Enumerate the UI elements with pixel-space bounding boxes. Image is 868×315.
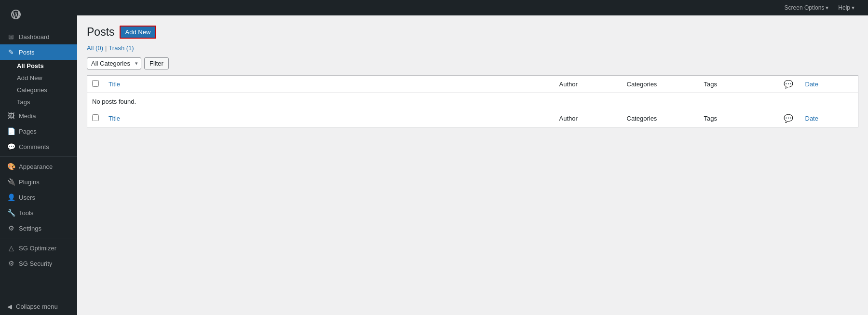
sidebar-item-posts[interactable]: ✎ Posts	[0, 44, 77, 60]
sidebar-item-settings[interactable]: ⚙ Settings	[0, 220, 77, 236]
content-area: Posts Add New All (0) | Trash (1) All Ca…	[77, 15, 868, 315]
sidebar-item-users[interactable]: 👤 Users	[0, 190, 77, 205]
sidebar-item-comments[interactable]: 💬 Comments	[0, 139, 77, 154]
posts-table: Title Author Categories Tags 💬 Date No p…	[87, 75, 858, 127]
footer-date-sort-link[interactable]: Date	[805, 115, 818, 122]
table-header-row: Title Author Categories Tags 💬 Date	[87, 75, 858, 93]
sidebar-item-label-appearance: Appearance	[19, 163, 53, 170]
dashboard-icon: ⊞	[7, 33, 15, 41]
collapse-arrow-icon: ◀	[7, 303, 12, 310]
collapse-menu-button[interactable]: ◀ Collapse menu	[0, 298, 77, 315]
sidebar-divider-2	[0, 238, 77, 238]
sidebar-divider-1	[0, 156, 77, 157]
posts-submenu: All Posts Add New Categories Tags	[0, 60, 77, 108]
trash-link[interactable]: Trash (1)	[108, 44, 134, 52]
footer-col-date[interactable]: Date	[800, 110, 858, 127]
sidebar: ⊞ Dashboard ✎ Posts All Posts Add New Ca…	[0, 0, 77, 315]
sidebar-item-label-settings: Settings	[19, 225, 41, 232]
col-header-title[interactable]: Title	[104, 75, 555, 93]
table-foot: Title Author Categories Tags 💬 Date	[87, 110, 858, 127]
sidebar-item-dashboard[interactable]: ⊞ Dashboard	[0, 29, 77, 44]
screen-options-chevron-icon: ▾	[826, 4, 828, 11]
no-posts-row: No posts found.	[87, 93, 858, 110]
submenu-add-new[interactable]: Add New	[0, 72, 77, 84]
sidebar-item-label-pages: Pages	[19, 128, 37, 135]
footer-col-tags: Tags	[699, 110, 776, 127]
posts-icon: ✎	[7, 48, 15, 56]
sidebar-item-pages[interactable]: 📄 Pages	[0, 123, 77, 139]
filter-row: All Categories Filter	[87, 57, 858, 69]
sidebar-item-label-tools: Tools	[19, 209, 33, 217]
col-header-check	[87, 75, 104, 93]
submenu-tags[interactable]: Tags	[0, 96, 77, 108]
footer-col-comments: 💬	[776, 110, 800, 127]
pages-icon: 📄	[7, 127, 15, 135]
footer-col-author: Author	[555, 110, 622, 127]
footer-col-check	[87, 110, 104, 127]
sidebar-item-plugins[interactable]: 🔌 Plugins	[0, 174, 77, 190]
appearance-icon: 🎨	[7, 163, 15, 170]
page-title: Posts	[87, 25, 115, 40]
col-header-comments: 💬	[776, 75, 800, 93]
sidebar-item-label-sg-security: SG Security	[19, 260, 52, 267]
help-button[interactable]: Help ▾	[834, 2, 858, 13]
add-new-button[interactable]: Add New	[120, 26, 157, 39]
footer-col-title[interactable]: Title	[104, 110, 555, 127]
comments-header-icon: 💬	[784, 80, 793, 88]
main-content: Screen Options ▾ Help ▾ Posts Add New Al…	[77, 0, 868, 315]
select-all-checkbox-bottom[interactable]	[92, 114, 99, 121]
help-label: Help	[838, 4, 850, 11]
category-select-wrapper: All Categories	[87, 57, 141, 69]
col-header-categories: Categories	[622, 75, 699, 93]
col-header-author: Author	[555, 75, 622, 93]
screen-options-label: Screen Options	[785, 4, 825, 11]
collapse-menu-label: Collapse menu	[16, 303, 58, 310]
date-sort-link[interactable]: Date	[805, 81, 818, 88]
no-posts-cell: No posts found.	[87, 93, 858, 110]
wp-logo[interactable]	[0, 0, 77, 29]
table-head: Title Author Categories Tags 💬 Date	[87, 75, 858, 93]
sidebar-item-appearance[interactable]: 🎨 Appearance	[0, 159, 77, 174]
all-posts-link[interactable]: All (0)	[87, 44, 103, 52]
col-header-date[interactable]: Date	[800, 75, 858, 93]
screen-options-button[interactable]: Screen Options ▾	[781, 2, 833, 13]
table-footer-row: Title Author Categories Tags 💬 Date	[87, 110, 858, 127]
topbar: Screen Options ▾ Help ▾	[77, 0, 868, 15]
title-sort-link[interactable]: Title	[108, 81, 120, 88]
settings-icon: ⚙	[7, 224, 15, 232]
tools-icon: 🔧	[7, 209, 15, 217]
sidebar-item-label-plugins: Plugins	[19, 178, 40, 186]
sidebar-item-label-sg-optimizer: SG Optimizer	[19, 245, 56, 252]
sidebar-item-sg-optimizer[interactable]: △ SG Optimizer	[0, 240, 77, 256]
help-chevron-icon: ▾	[852, 4, 854, 11]
sidebar-item-label-users: Users	[19, 194, 35, 201]
sidebar-item-sg-security[interactable]: ⚙ SG Security	[0, 256, 77, 271]
select-all-checkbox[interactable]	[92, 80, 99, 87]
submenu-all-posts[interactable]: All Posts	[0, 60, 77, 72]
media-icon: 🖼	[7, 112, 15, 120]
sublinks: All (0) | Trash (1)	[87, 44, 858, 52]
submenu-categories[interactable]: Categories	[0, 84, 77, 96]
footer-title-sort-link[interactable]: Title	[108, 115, 120, 122]
sidebar-item-label-posts: Posts	[19, 49, 35, 56]
footer-col-categories: Categories	[622, 110, 699, 127]
users-icon: 👤	[7, 193, 15, 201]
comments-icon: 💬	[7, 143, 15, 151]
table-body: No posts found.	[87, 93, 858, 110]
sublinks-sep: |	[105, 44, 107, 52]
category-select[interactable]: All Categories	[87, 57, 141, 69]
sidebar-item-media[interactable]: 🖼 Media	[0, 108, 77, 123]
footer-comments-icon: 💬	[784, 114, 793, 123]
sg-optimizer-icon: △	[7, 244, 15, 252]
sidebar-item-label-dashboard: Dashboard	[19, 33, 50, 41]
sidebar-item-label-comments: Comments	[19, 143, 49, 151]
plugins-icon: 🔌	[7, 178, 15, 186]
col-header-tags: Tags	[699, 75, 776, 93]
sg-security-icon: ⚙	[7, 260, 15, 267]
filter-button[interactable]: Filter	[144, 57, 169, 69]
page-header: Posts Add New	[87, 25, 858, 40]
sidebar-item-tools[interactable]: 🔧 Tools	[0, 205, 77, 220]
sidebar-item-label-media: Media	[19, 112, 36, 120]
